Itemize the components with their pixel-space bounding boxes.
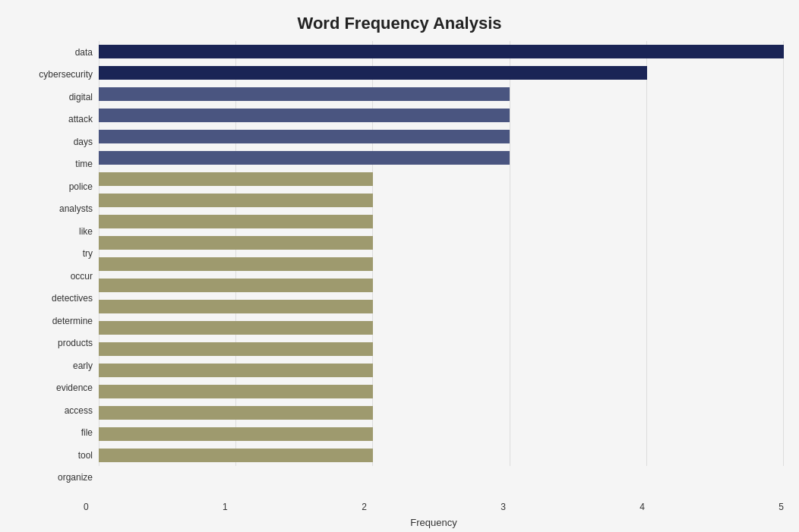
y-axis-label: cybersecurity [39, 65, 93, 84]
bar [99, 172, 373, 186]
bar-row [99, 128, 784, 145]
bar [99, 364, 373, 377]
y-axis-label: evidence [56, 378, 93, 398]
y-axis-label: digital [69, 87, 93, 107]
y-axis-label: like [79, 222, 93, 241]
y-axis-label: organize [58, 467, 93, 487]
bar [99, 215, 373, 228]
bar [99, 130, 510, 143]
bar [99, 236, 373, 250]
bar-row [99, 213, 784, 230]
bar [99, 45, 784, 58]
y-axis: datacybersecuritydigitalattackdaystimepo… [15, 41, 99, 489]
bar [99, 342, 373, 356]
bar [99, 449, 373, 462]
y-axis-label: occur [71, 266, 93, 286]
bar-row [99, 235, 784, 251]
bar-row [99, 405, 784, 421]
y-axis-label: data [75, 42, 93, 62]
bar-row [99, 320, 784, 336]
x-tick-label: 5 [778, 502, 784, 512]
y-axis-label: tool [78, 445, 93, 465]
bar [99, 321, 373, 335]
y-axis-label: attack [68, 109, 93, 129]
bar-row [99, 341, 784, 357]
bars-and-grid [99, 41, 784, 489]
bar-row [99, 256, 784, 272]
bar-row [99, 362, 784, 379]
bar-row [99, 150, 784, 166]
bars-wrapper [99, 41, 784, 489]
y-axis-label: products [58, 333, 93, 353]
bar-row [99, 43, 784, 60]
bar-row [99, 298, 784, 315]
bar [99, 109, 510, 122]
x-tick-label: 4 [640, 502, 645, 512]
y-axis-label: detectives [52, 288, 93, 308]
y-axis-label: try [83, 244, 93, 263]
chart-area: datacybersecuritydigitalattackdaystimepo… [15, 41, 784, 489]
bar [99, 194, 373, 207]
bar [99, 66, 647, 80]
chart-container: Word Frequency Analysis datacybersecurit… [0, 0, 799, 532]
bar-row [99, 192, 784, 209]
bar-row [99, 383, 784, 400]
bar-row [99, 107, 784, 124]
y-axis-label: analysts [59, 199, 93, 219]
y-axis-label: early [73, 356, 93, 376]
bar-row [99, 447, 784, 464]
bar-row [99, 65, 784, 81]
bar-row [99, 277, 784, 294]
bottom-section: 012345 Frequency [84, 499, 784, 528]
bar [99, 385, 373, 398]
x-tick-label: 0 [84, 502, 89, 512]
bar [99, 279, 373, 292]
y-axis-label: days [74, 132, 93, 152]
y-axis-label: time [75, 154, 93, 174]
bar [99, 151, 510, 165]
x-ticks: 012345 [84, 499, 784, 512]
bar [99, 406, 373, 420]
bar-row [99, 426, 784, 442]
bar [99, 427, 373, 441]
bar-row [99, 171, 784, 187]
chart-title: Word Frequency Analysis [15, 8, 784, 33]
x-axis-title: Frequency [84, 517, 784, 528]
x-tick-label: 2 [362, 502, 367, 512]
y-axis-label: access [65, 401, 93, 420]
y-axis-label: determine [52, 311, 93, 331]
y-axis-label: file [81, 423, 93, 442]
bar-row [99, 86, 784, 102]
y-axis-label: police [69, 177, 93, 197]
x-tick-label: 1 [223, 502, 228, 512]
x-tick-label: 3 [501, 502, 506, 512]
bar [99, 257, 373, 271]
bar [99, 300, 373, 313]
bar [99, 87, 510, 101]
